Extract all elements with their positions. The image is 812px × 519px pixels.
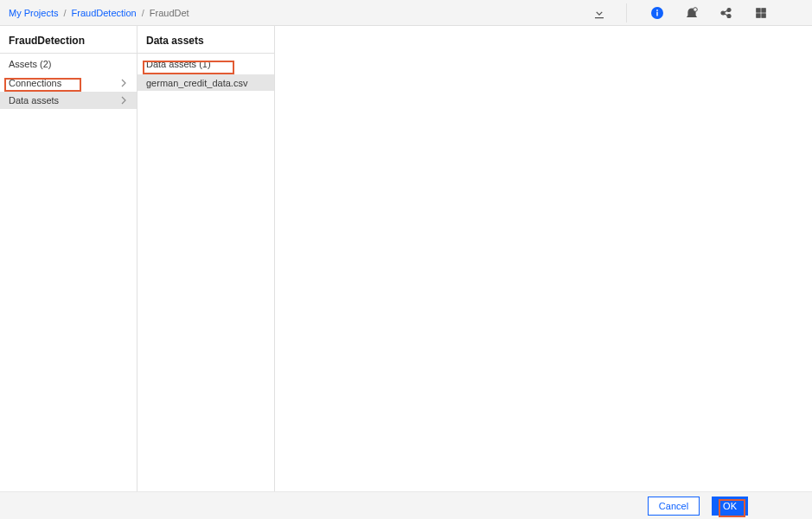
svg-point-6 bbox=[727, 14, 731, 17]
assets-panel: Data assets Data assets (1) german_credi… bbox=[137, 26, 275, 491]
main-content: FraudDetection Assets (2) Connections Da… bbox=[0, 26, 812, 491]
sidebar-item-label: Connections bbox=[9, 78, 61, 88]
ok-button[interactable]: OK bbox=[712, 497, 748, 516]
svg-rect-10 bbox=[762, 13, 765, 16]
sidebar-assets-count: Assets (2) bbox=[0, 54, 137, 74]
svg-rect-7 bbox=[757, 8, 760, 11]
sidebar-panel: FraudDetection Assets (2) Connections Da… bbox=[0, 26, 137, 491]
info-icon[interactable] bbox=[649, 5, 665, 21]
chevron-right-icon bbox=[119, 96, 128, 105]
svg-point-2 bbox=[656, 10, 658, 11]
breadcrumb-separator: / bbox=[63, 8, 66, 18]
svg-rect-1 bbox=[656, 11, 657, 16]
footer: Cancel OK bbox=[0, 491, 812, 519]
preview-area bbox=[275, 26, 812, 491]
breadcrumb: My Projects / FraudDetection / FraudDet bbox=[9, 8, 189, 18]
file-name: german_credit_data.csv bbox=[146, 78, 247, 88]
breadcrumb-current: FraudDet bbox=[150, 8, 189, 18]
notification-icon[interactable] bbox=[684, 5, 700, 21]
topbar: My Projects / FraudDetection / FraudDet bbox=[0, 0, 812, 26]
svg-point-4 bbox=[721, 11, 725, 15]
breadcrumb-my-projects[interactable]: My Projects bbox=[9, 8, 58, 18]
topbar-actions bbox=[591, 3, 803, 22]
svg-point-3 bbox=[694, 7, 698, 11]
assets-panel-count: Data assets (1) bbox=[137, 54, 274, 74]
file-item-german-credit[interactable]: german_credit_data.csv bbox=[137, 74, 274, 91]
chevron-right-icon bbox=[119, 79, 128, 87]
breadcrumb-frauddetection[interactable]: FraudDetection bbox=[72, 8, 137, 18]
sidebar-item-connections[interactable]: Connections bbox=[0, 74, 137, 92]
svg-point-5 bbox=[727, 8, 731, 11]
assets-panel-title: Data assets bbox=[137, 26, 274, 54]
sidebar-item-label: Data assets bbox=[9, 95, 59, 106]
apps-icon[interactable] bbox=[753, 5, 769, 21]
sidebar-item-data-assets[interactable]: Data assets bbox=[0, 92, 137, 109]
svg-rect-8 bbox=[762, 8, 765, 11]
sidebar-title: FraudDetection bbox=[0, 26, 137, 54]
breadcrumb-separator: / bbox=[142, 8, 144, 18]
svg-rect-9 bbox=[757, 13, 760, 16]
divider bbox=[626, 3, 627, 22]
cancel-button[interactable]: Cancel bbox=[648, 497, 700, 516]
share-icon[interactable] bbox=[719, 5, 734, 21]
download-icon[interactable] bbox=[591, 5, 607, 21]
